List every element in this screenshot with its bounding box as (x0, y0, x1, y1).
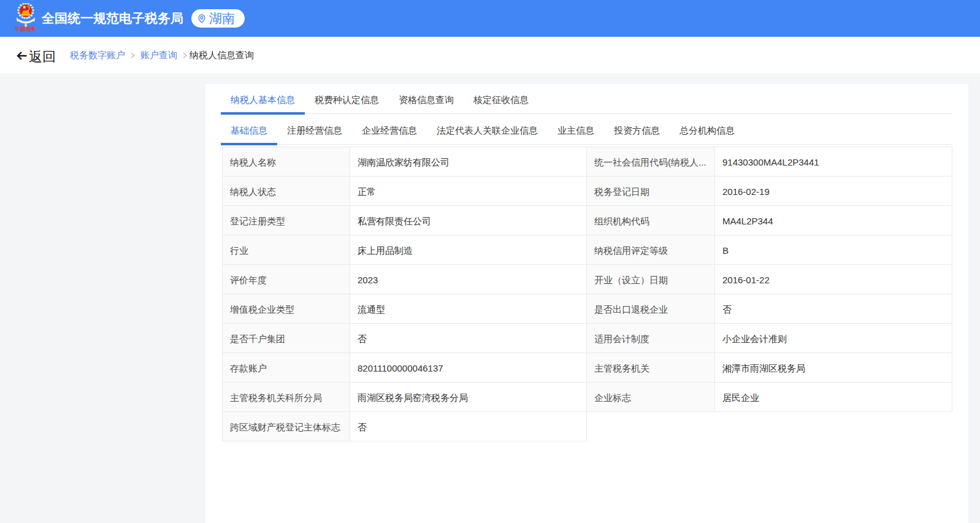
svg-text:中国税务: 中国税务 (15, 26, 37, 32)
